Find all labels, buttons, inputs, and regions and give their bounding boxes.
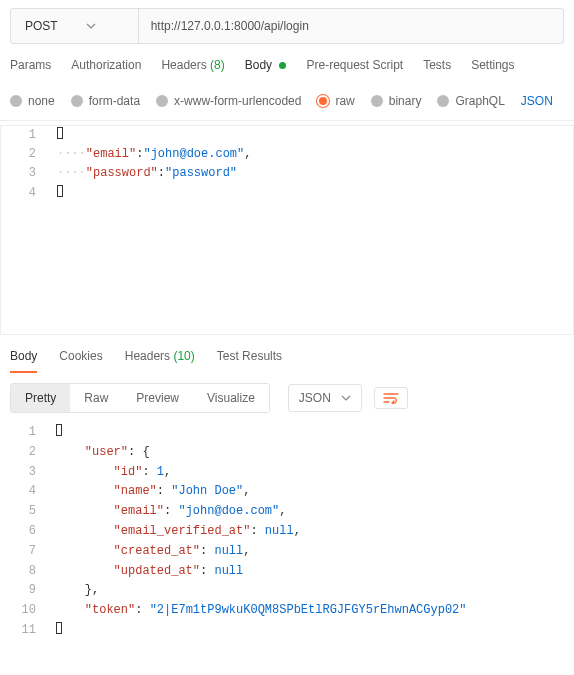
http-method-label: POST [25, 19, 58, 33]
view-preview-button[interactable]: Preview [122, 384, 193, 412]
tab-headers[interactable]: Headers (8) [161, 58, 224, 80]
response-tabs: Body Cookies Headers (10) Test Results [0, 335, 574, 373]
url-input[interactable] [139, 9, 563, 43]
http-method-select[interactable]: POST [11, 9, 139, 43]
line-number: 2 [1, 145, 51, 164]
radio-icon [156, 95, 168, 107]
dot-indicator-icon [279, 62, 286, 69]
response-view-controls: Pretty Raw Preview Visualize JSON [0, 373, 574, 423]
radio-icon [317, 95, 329, 107]
cursor-icon [56, 424, 62, 436]
tab-body-label: Body [245, 58, 272, 72]
tab-settings[interactable]: Settings [471, 58, 514, 80]
response-body-editor[interactable]: 1 2 "user": { 3 "id": 1, 4 "name": "John… [0, 423, 574, 641]
response-tab-headers-count: (10) [173, 349, 194, 363]
body-type-formdata[interactable]: form-data [71, 94, 140, 108]
line-number: 9 [0, 581, 50, 601]
body-type-xwww[interactable]: x-www-form-urlencoded [156, 94, 301, 108]
view-pretty-button[interactable]: Pretty [11, 384, 70, 412]
tab-prerequest[interactable]: Pre-request Script [306, 58, 403, 80]
body-type-binary[interactable]: binary [371, 94, 422, 108]
view-visualize-button[interactable]: Visualize [193, 384, 269, 412]
line-number: 3 [0, 463, 50, 483]
tab-headers-count: (8) [210, 58, 225, 72]
line-number: 4 [1, 184, 51, 203]
chevron-down-icon [86, 23, 96, 29]
line-number: 10 [0, 601, 50, 621]
radio-icon [371, 95, 383, 107]
tab-params[interactable]: Params [10, 58, 51, 80]
body-type-selector: none form-data x-www-form-urlencoded raw… [0, 80, 574, 121]
response-format-select[interactable]: JSON [288, 384, 362, 412]
response-tab-cookies[interactable]: Cookies [59, 349, 102, 373]
view-mode-segment: Pretty Raw Preview Visualize [10, 383, 270, 413]
body-type-none[interactable]: none [10, 94, 55, 108]
body-type-raw[interactable]: raw [317, 94, 354, 108]
request-body-editor[interactable]: 1 2····"email":"john@doe.com", 3····"pas… [0, 125, 574, 335]
response-tab-body[interactable]: Body [10, 349, 37, 373]
body-format-json[interactable]: JSON [521, 94, 553, 108]
response-tab-headers[interactable]: Headers (10) [125, 349, 195, 373]
response-tab-testresults[interactable]: Test Results [217, 349, 282, 373]
line-number: 5 [0, 502, 50, 522]
body-type-graphql[interactable]: GraphQL [437, 94, 504, 108]
tab-tests[interactable]: Tests [423, 58, 451, 80]
wrap-lines-button[interactable] [374, 387, 408, 409]
line-number: 11 [0, 621, 50, 641]
tab-headers-label: Headers [161, 58, 206, 72]
view-raw-button[interactable]: Raw [70, 384, 122, 412]
request-bar: POST [10, 8, 564, 44]
line-number: 3 [1, 164, 51, 183]
line-number: 2 [0, 443, 50, 463]
line-number: 8 [0, 562, 50, 582]
wrap-icon [383, 392, 399, 404]
response-tab-headers-label: Headers [125, 349, 170, 363]
radio-icon [10, 95, 22, 107]
tab-body[interactable]: Body [245, 58, 287, 80]
line-number: 7 [0, 542, 50, 562]
radio-icon [437, 95, 449, 107]
tab-authorization[interactable]: Authorization [71, 58, 141, 80]
line-number: 6 [0, 522, 50, 542]
line-number: 1 [1, 126, 51, 145]
line-number: 4 [0, 482, 50, 502]
chevron-down-icon [341, 395, 351, 401]
cursor-icon [56, 622, 62, 634]
request-tabs: Params Authorization Headers (8) Body Pr… [0, 44, 574, 80]
cursor-icon [57, 185, 63, 197]
cursor-icon [57, 127, 63, 139]
line-number: 1 [0, 423, 50, 443]
radio-icon [71, 95, 83, 107]
